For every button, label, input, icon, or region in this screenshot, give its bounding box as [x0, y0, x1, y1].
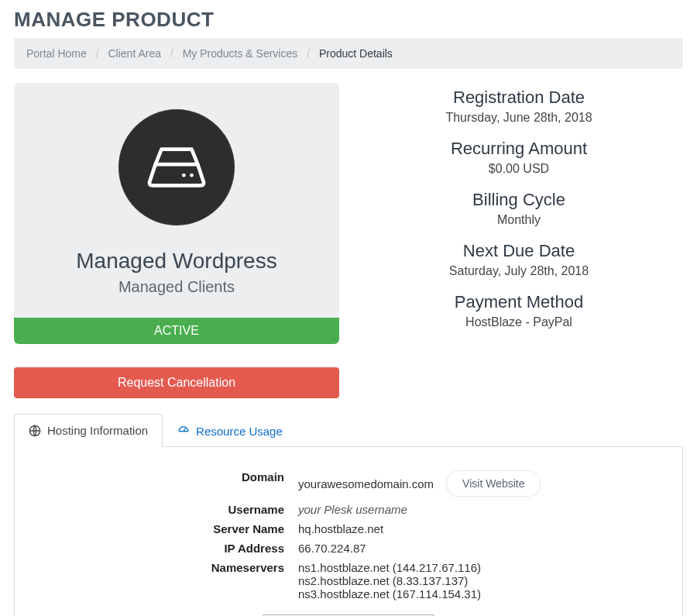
username-value: your Plesk username	[298, 503, 661, 516]
next-due-date-value: Saturday, July 28th, 2018	[355, 264, 683, 278]
nameservers-label: Nameservers	[36, 561, 284, 574]
page-title: MANAGE PRODUCT	[14, 8, 683, 32]
hard-drive-icon	[118, 109, 235, 225]
server-name-label: Server Name	[36, 522, 284, 535]
request-cancellation-button[interactable]: Request Cancellation	[14, 367, 339, 398]
breadcrumb-sep: /	[96, 47, 99, 60]
registration-date-value: Thursday, June 28th, 2018	[355, 111, 683, 125]
domain-value: yourawesomedomain.com	[298, 477, 434, 490]
breadcrumb-current: Product Details	[319, 47, 393, 60]
recurring-amount-label: Recurring Amount	[355, 139, 683, 159]
domain-label: Domain	[36, 470, 284, 484]
breadcrumb-sep: /	[307, 47, 310, 60]
breadcrumb-my-products[interactable]: My Products & Services	[183, 47, 298, 60]
tab-resource-label: Resource Usage	[196, 425, 283, 438]
ip-address-label: IP Address	[36, 542, 284, 555]
registration-date-label: Registration Date	[355, 88, 683, 108]
tab-hosting-label: Hosting Information	[47, 424, 148, 437]
nameserver-2: ns2.hostblaze.net (8.33.137.137)	[298, 574, 661, 587]
recurring-amount-value: $0.00 USD	[355, 162, 683, 176]
product-card: Managed Wordpress Managed Clients ACTIVE	[14, 83, 339, 344]
dashboard-icon	[177, 425, 190, 437]
nameserver-1: ns1.hostblaze.net (144.217.67.116)	[298, 561, 661, 574]
billing-cycle-label: Billing Cycle	[355, 190, 683, 210]
svg-point-0	[182, 174, 186, 177]
breadcrumb-client-area[interactable]: Client Area	[108, 47, 160, 60]
nameservers-value: ns1.hostblaze.net (144.217.67.116) ns2.h…	[298, 561, 661, 601]
payment-method-value: HostBlaze - PayPal	[355, 315, 683, 329]
billing-details: Registration Date Thursday, June 28th, 2…	[355, 83, 683, 398]
ip-address-value: 66.70.224.87	[298, 542, 661, 555]
hosting-panel: Domain yourawesomedomain.com Visit Websi…	[14, 447, 683, 616]
payment-method-label: Payment Method	[355, 292, 683, 312]
breadcrumb-portal-home[interactable]: Portal Home	[26, 47, 87, 60]
visit-website-button[interactable]: Visit Website	[446, 470, 541, 497]
product-name: Managed Wordpress	[29, 249, 324, 274]
tab-resource-usage[interactable]: Resource Usage	[163, 414, 297, 447]
svg-point-1	[190, 174, 194, 177]
globe-icon	[29, 425, 41, 437]
tabs: Hosting Information Resource Usage	[14, 414, 683, 447]
next-due-date-label: Next Due Date	[355, 241, 683, 261]
nameserver-3: ns3.hostblaze.net (167.114.154.31)	[298, 587, 661, 601]
breadcrumb: Portal Home / Client Area / My Products …	[14, 38, 683, 69]
billing-cycle-value: Monthly	[355, 213, 683, 227]
tab-hosting-information[interactable]: Hosting Information	[14, 414, 163, 447]
product-subtitle: Managed Clients	[29, 278, 324, 296]
breadcrumb-sep: /	[170, 47, 173, 60]
username-label: Username	[36, 503, 284, 516]
status-badge: ACTIVE	[14, 318, 339, 344]
server-name-value: hq.hostblaze.net	[298, 522, 661, 535]
